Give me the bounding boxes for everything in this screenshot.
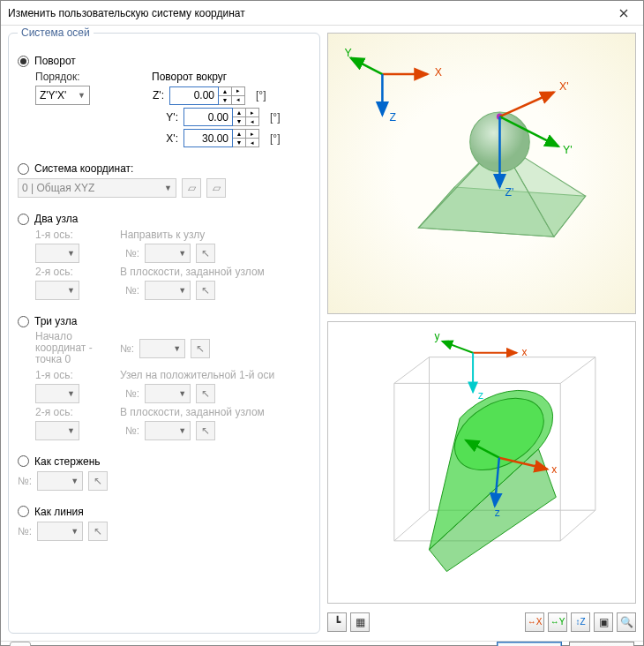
node-no-label: №: [120, 342, 134, 355]
svg-line-8 [499, 93, 553, 117]
pick-line-button: ↖ [88, 522, 108, 541]
preview-local-viewport[interactable]: x z x y z [327, 321, 636, 603]
preview-global-viewport[interactable]: X Y Z [327, 33, 636, 314]
pick-icon: ↖ [201, 387, 210, 400]
coord-sys-select: 0 | Общая XYZ ▼ [18, 178, 176, 198]
line-no-label: №: [18, 525, 32, 537]
axis2-label: 2-я ось: [35, 406, 115, 418]
z-angle-spinner[interactable]: ▲▼ [219, 86, 232, 105]
grid-icon: ▦ [356, 616, 365, 628]
chevron-down-icon: ▼ [67, 249, 75, 258]
svg-text:X': X' [559, 80, 569, 93]
svg-text:z: z [495, 507, 500, 519]
help-button[interactable]: ? [10, 642, 31, 646]
radio-as-line[interactable]: Как линия [18, 506, 311, 518]
node-on-pos-label: Узел на положительной 1-й оси [120, 369, 274, 381]
pick-icon: ↖ [201, 424, 210, 437]
node-no-label: №: [125, 247, 139, 259]
3n-axis1-select: ▼ [35, 384, 79, 403]
member-no-label: №: [18, 475, 32, 487]
chevron-down-icon: ▼ [178, 389, 186, 398]
coord-sys-value: 0 | Общая XYZ [22, 182, 94, 194]
unit-deg: [°] [270, 111, 280, 124]
view-axes-button[interactable]: ┗ [327, 612, 347, 632]
pick-3n-node1-button: ↖ [196, 384, 215, 403]
radio-icon [18, 163, 29, 175]
svg-text:x: x [551, 463, 557, 476]
svg-text:Y: Y [344, 47, 351, 59]
view-y-icon: ↔Y [550, 617, 565, 627]
pick-icon: ↖ [94, 475, 102, 487]
pick-member-button: ↖ [88, 471, 108, 491]
cancel-button[interactable]: Отмена [569, 642, 634, 646]
order-select[interactable]: Z'Y'X' ▼ [35, 86, 90, 105]
radio-two-nodes[interactable]: Два узла [18, 213, 311, 225]
direct-to-node-label: Направить к узлу [120, 229, 205, 241]
in-plane-label: В плоскости, заданной узлом [120, 406, 265, 418]
close-icon [619, 9, 628, 18]
node-no-label: №: [125, 387, 139, 400]
pick-origin-button: ↖ [191, 339, 210, 358]
window-title: Изменить пользовательскую систему коорди… [8, 7, 604, 19]
x-angle-spinner[interactable]: ▲▼ [233, 129, 246, 147]
radio-icon [18, 455, 29, 467]
radio-icon [18, 56, 29, 67]
z-angle-input[interactable] [169, 86, 219, 105]
node2-select: ▼ [145, 281, 191, 300]
radio-three-nodes[interactable]: Три узла [18, 315, 311, 327]
chevron-down-icon: ▼ [178, 286, 186, 295]
radio-coord-sys[interactable]: Система координат: [18, 162, 311, 175]
radio-as-member[interactable]: Как стержень [18, 455, 311, 468]
svg-line-25 [442, 342, 473, 353]
node-no-label: №: [125, 424, 139, 437]
order-label: Порядок: [35, 71, 115, 83]
x-angle-input[interactable] [183, 129, 233, 147]
z-angle-adjust[interactable]: ▸◂ [232, 86, 245, 105]
close-button[interactable] [604, 1, 643, 26]
in-plane-label: В плоскости, заданной узлом [120, 266, 265, 278]
view-z-button[interactable]: ↕Z [571, 612, 590, 632]
origin-label: Начало координат - точка 0 [35, 331, 115, 366]
pick-node1-button: ↖ [196, 244, 215, 263]
member-select: ▼ [37, 471, 83, 491]
radio-as-member-label: Как стержень [34, 455, 101, 468]
svg-text:y: y [434, 330, 439, 342]
radio-icon [18, 214, 29, 225]
chevron-down-icon: ▼ [71, 477, 79, 485]
radio-rotation-label: Поворот [34, 55, 76, 67]
coord-sys-edit-button: ▱ [206, 178, 226, 198]
view-x-icon: ↔X [528, 617, 543, 627]
view-x-button[interactable]: ↔X [525, 612, 544, 632]
axes-icon: ┗ [334, 616, 341, 628]
svg-text:Z: Z [390, 111, 397, 124]
axis1-label: 1-я ось: [35, 229, 115, 241]
chevron-down-icon: ▼ [178, 249, 186, 258]
radio-coord-sys-label: Система координат: [34, 162, 133, 175]
x-axis-label: X': [161, 132, 178, 145]
chevron-down-icon: ▼ [71, 527, 79, 536]
pick-icon: ↖ [201, 247, 210, 259]
ok-button[interactable]: OK [497, 642, 562, 646]
axis2-select: ▼ [35, 281, 79, 300]
y-angle-spinner[interactable]: ▲▼ [233, 108, 246, 126]
3n-node1-select: ▼ [145, 384, 191, 403]
zoom-fit-icon: 🔍 [620, 616, 633, 628]
y-angle-adjust[interactable]: ▸◂ [246, 108, 259, 126]
x-angle-adjust[interactable]: ▸◂ [246, 129, 259, 147]
chevron-down-icon: ▼ [173, 344, 181, 353]
line-select: ▼ [37, 522, 83, 541]
view-y-button[interactable]: ↔Y [548, 612, 567, 632]
view-fit-button[interactable]: 🔍 [617, 612, 636, 632]
3n-axis2-select: ▼ [35, 421, 79, 440]
view-z-icon: ↕Z [575, 617, 585, 627]
chevron-down-icon: ▼ [67, 286, 75, 295]
view-grid-button[interactable]: ▦ [350, 612, 370, 632]
svg-text:x: x [522, 346, 528, 358]
group-title: Система осей [18, 26, 94, 39]
axis1-select: ▼ [35, 244, 79, 263]
view-iso-button[interactable]: ▣ [594, 612, 613, 632]
radio-rotation[interactable]: Поворот [18, 55, 311, 67]
y-angle-input[interactable] [183, 108, 233, 126]
radio-as-line-label: Как линия [34, 506, 84, 518]
coord-sys-new-button: ▱ [182, 178, 201, 198]
